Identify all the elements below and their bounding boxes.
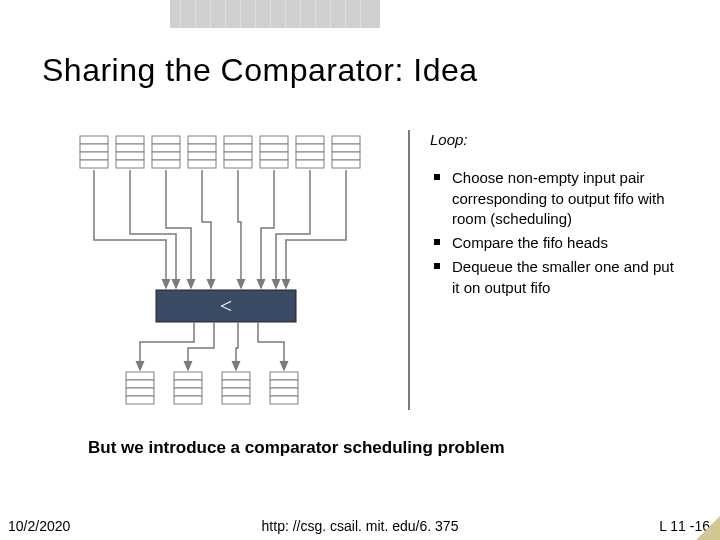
svg-rect-26 bbox=[296, 152, 324, 160]
slide-title: Sharing the Comparator: Idea bbox=[42, 52, 478, 89]
svg-rect-35 bbox=[126, 380, 154, 388]
svg-rect-19 bbox=[224, 160, 252, 168]
svg-rect-48 bbox=[270, 388, 298, 396]
svg-rect-24 bbox=[296, 136, 324, 144]
svg-rect-5 bbox=[116, 144, 144, 152]
svg-rect-39 bbox=[174, 380, 202, 388]
svg-rect-43 bbox=[222, 380, 250, 388]
svg-rect-46 bbox=[270, 372, 298, 380]
svg-rect-29 bbox=[332, 144, 360, 152]
svg-rect-36 bbox=[126, 388, 154, 396]
svg-rect-47 bbox=[270, 380, 298, 388]
svg-rect-40 bbox=[174, 388, 202, 396]
svg-rect-45 bbox=[222, 396, 250, 404]
svg-rect-8 bbox=[152, 136, 180, 144]
svg-rect-30 bbox=[332, 152, 360, 160]
loop-step: Choose non-empty input pair correspondin… bbox=[430, 168, 685, 229]
svg-rect-23 bbox=[260, 160, 288, 168]
svg-rect-38 bbox=[174, 372, 202, 380]
loop-step: Dequeue the smaller one and put it on ou… bbox=[430, 257, 685, 298]
comparator-diagram: < bbox=[76, 130, 386, 430]
svg-rect-42 bbox=[222, 372, 250, 380]
svg-rect-17 bbox=[224, 144, 252, 152]
header-tab-bar bbox=[170, 0, 380, 28]
svg-rect-37 bbox=[126, 396, 154, 404]
svg-rect-20 bbox=[260, 136, 288, 144]
svg-rect-6 bbox=[116, 152, 144, 160]
svg-rect-49 bbox=[270, 396, 298, 404]
svg-rect-27 bbox=[296, 160, 324, 168]
svg-rect-11 bbox=[152, 160, 180, 168]
svg-rect-15 bbox=[188, 160, 216, 168]
svg-rect-4 bbox=[116, 136, 144, 144]
svg-rect-18 bbox=[224, 152, 252, 160]
svg-rect-13 bbox=[188, 144, 216, 152]
svg-rect-22 bbox=[260, 152, 288, 160]
svg-rect-0 bbox=[80, 136, 108, 144]
svg-rect-44 bbox=[222, 388, 250, 396]
svg-rect-16 bbox=[224, 136, 252, 144]
svg-rect-41 bbox=[174, 396, 202, 404]
svg-rect-31 bbox=[332, 160, 360, 168]
svg-rect-10 bbox=[152, 152, 180, 160]
loop-step: Compare the fifo heads bbox=[430, 233, 685, 253]
svg-rect-1 bbox=[80, 144, 108, 152]
loop-description: Loop: Choose non-empty input pair corres… bbox=[430, 130, 685, 302]
svg-rect-28 bbox=[332, 136, 360, 144]
svg-rect-34 bbox=[126, 372, 154, 380]
accent-bar bbox=[408, 130, 410, 410]
page-curl-icon bbox=[696, 516, 720, 540]
svg-rect-12 bbox=[188, 136, 216, 144]
loop-label: Loop: bbox=[430, 130, 685, 150]
svg-rect-2 bbox=[80, 152, 108, 160]
svg-rect-25 bbox=[296, 144, 324, 152]
footer-url: http: //csg. csail. mit. edu/6. 375 bbox=[0, 518, 720, 534]
svg-rect-14 bbox=[188, 152, 216, 160]
svg-rect-3 bbox=[80, 160, 108, 168]
caption: But we introduce a comparator scheduling… bbox=[88, 438, 505, 458]
svg-rect-9 bbox=[152, 144, 180, 152]
svg-text:<: < bbox=[220, 293, 232, 318]
svg-rect-7 bbox=[116, 160, 144, 168]
svg-rect-21 bbox=[260, 144, 288, 152]
loop-steps: Choose non-empty input pair correspondin… bbox=[430, 168, 685, 298]
